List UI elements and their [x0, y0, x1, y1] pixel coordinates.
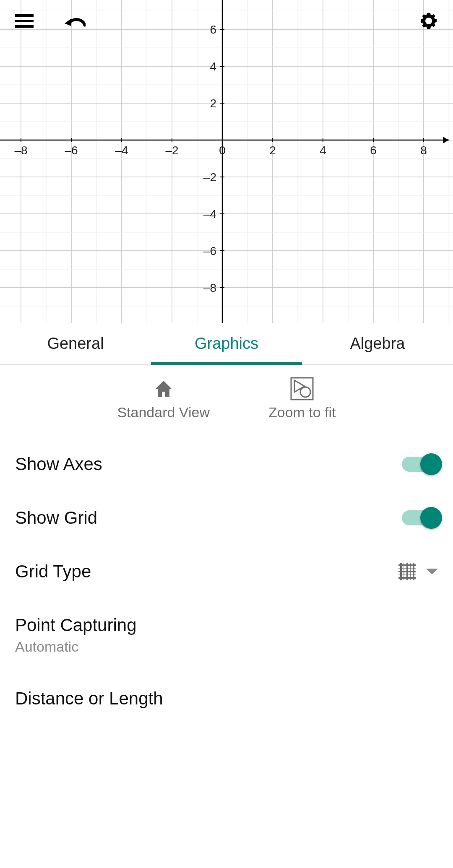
chevron-down-icon — [426, 569, 438, 574]
show-axes-toggle[interactable] — [402, 457, 438, 472]
tab-algebra[interactable]: Algebra — [302, 323, 453, 364]
svg-marker-76 — [294, 380, 305, 392]
grid-icon — [398, 563, 416, 580]
svg-text:4: 4 — [210, 60, 216, 73]
show-grid-label: Show Grid — [15, 508, 402, 528]
menu-icon — [15, 13, 34, 29]
zoom-to-fit-label: Zoom to fit — [268, 404, 336, 421]
show-axes-row[interactable]: Show Axes — [15, 437, 438, 491]
svg-rect-73 — [15, 25, 34, 28]
svg-marker-74 — [65, 18, 71, 26]
svg-marker-37 — [443, 137, 449, 143]
svg-text:4: 4 — [320, 144, 326, 157]
grid-type-label: Grid Type — [15, 561, 398, 582]
undo-icon — [64, 13, 86, 29]
settings-button[interactable] — [416, 8, 441, 34]
undo-button[interactable] — [62, 8, 87, 34]
svg-text:–2: –2 — [203, 171, 216, 184]
svg-rect-72 — [15, 20, 34, 22]
show-axes-label: Show Axes — [15, 454, 402, 474]
show-grid-toggle[interactable] — [402, 510, 438, 525]
settings-tabbar: General Graphics Algebra — [0, 323, 453, 365]
svg-text:2: 2 — [210, 97, 216, 110]
svg-rect-71 — [15, 14, 34, 17]
home-icon — [154, 379, 174, 398]
coordinate-grid: –8–6–4–202468 –8–6–4–2246 — [0, 0, 453, 323]
distance-or-length-row[interactable]: Distance or Length — [15, 672, 438, 725]
svg-point-77 — [300, 387, 310, 397]
show-grid-row[interactable]: Show Grid — [15, 491, 438, 545]
svg-text:–4: –4 — [115, 144, 128, 157]
grid-type-select[interactable] — [398, 563, 438, 580]
svg-text:6: 6 — [370, 144, 377, 157]
standard-view-label: Standard View — [117, 404, 210, 421]
svg-text:–4: –4 — [203, 208, 216, 221]
point-capturing-value: Automatic — [15, 639, 438, 655]
graphics-actions: Standard View Zoom to fit — [0, 365, 453, 437]
graphics-settings-list: Show Axes Show Grid Grid Type — [0, 437, 453, 725]
tab-general[interactable]: General — [0, 323, 151, 364]
tab-graphics[interactable]: Graphics — [151, 323, 302, 364]
svg-text:–8: –8 — [14, 144, 27, 157]
graph-toolbar — [0, 0, 453, 42]
svg-text:–8: –8 — [203, 281, 216, 294]
gear-icon — [419, 11, 439, 31]
svg-text:0: 0 — [219, 144, 226, 157]
distance-or-length-label: Distance or Length — [15, 689, 438, 709]
zoom-to-fit-button[interactable]: Zoom to fit — [268, 377, 336, 421]
point-capturing-row[interactable]: Point Capturing Automatic — [15, 598, 438, 672]
svg-text:8: 8 — [420, 144, 427, 157]
zoom-to-fit-icon — [290, 377, 314, 400]
standard-view-button[interactable]: Standard View — [117, 377, 210, 421]
svg-text:–2: –2 — [165, 144, 178, 157]
svg-text:–6: –6 — [65, 144, 78, 157]
svg-text:2: 2 — [269, 144, 276, 157]
point-capturing-label: Point Capturing — [15, 615, 438, 635]
menu-button[interactable] — [12, 8, 37, 34]
graph-canvas[interactable]: –8–6–4–202468 –8–6–4–2246 — [0, 0, 453, 323]
svg-text:–6: –6 — [203, 244, 216, 257]
grid-type-row[interactable]: Grid Type — [15, 545, 438, 598]
